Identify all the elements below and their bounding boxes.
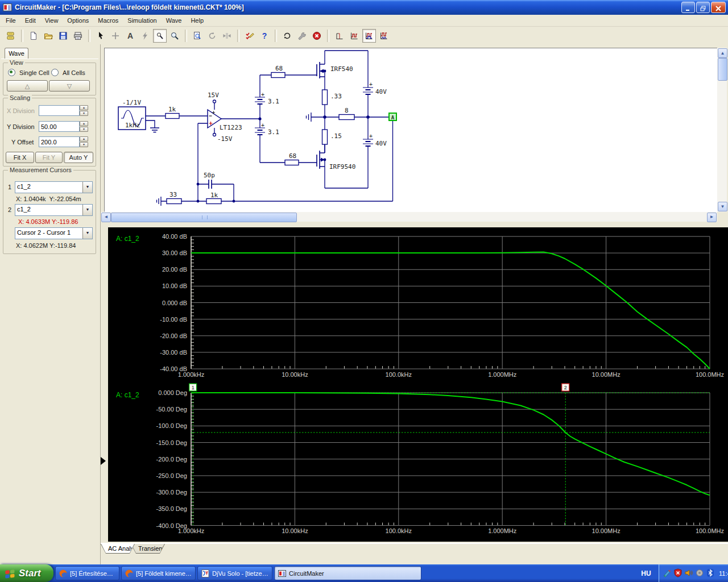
- source-resistor-top[interactable]: [322, 90, 328, 105]
- bluetooth-icon[interactable]: [706, 568, 715, 579]
- mixed-waveform-icon[interactable]: [377, 29, 391, 43]
- ground-resistor[interactable]: [167, 199, 181, 204]
- restore-button[interactable]: [696, 2, 710, 13]
- simulation-setup-icon[interactable]: [243, 29, 257, 43]
- supply-battery-neg[interactable]: [363, 139, 373, 146]
- menu-file[interactable]: File: [1, 15, 20, 26]
- output-resistor[interactable]: [339, 115, 354, 120]
- open-file-icon[interactable]: [42, 29, 55, 43]
- probe-a-marker[interactable]: A: [389, 113, 396, 120]
- title-bar[interactable]: CircuitMaker - [C:\Program Files\...\rel…: [0, 0, 728, 15]
- gate-resistor-top[interactable]: [271, 73, 285, 78]
- mirror-icon[interactable]: [220, 29, 234, 43]
- auto-y-button[interactable]: Auto Y: [64, 152, 93, 163]
- fit-y-button[interactable]: Fit Y: [35, 152, 63, 163]
- security-alert-icon[interactable]: [673, 568, 682, 579]
- volume-icon[interactable]: [684, 568, 693, 579]
- tab-transient-analysis[interactable]: Transient Analysis: [131, 544, 165, 554]
- y-division-input[interactable]: [39, 121, 80, 132]
- menu-wave[interactable]: Wave: [162, 15, 187, 26]
- stop-icon[interactable]: [310, 29, 324, 43]
- cursor-1-signal-select[interactable]: c1_2 ▼: [15, 181, 93, 193]
- supply-battery-pos[interactable]: [363, 88, 373, 94]
- menu-help[interactable]: Help: [186, 15, 208, 26]
- cell-up-button[interactable]: △: [7, 80, 48, 92]
- pen-tablet-icon[interactable]: [663, 568, 672, 579]
- taskbar-task--5-f-ldelt-kimenet-e-[interactable]: [5] Földelt kimenetű e...: [121, 566, 196, 580]
- delete-tool-icon[interactable]: [138, 29, 152, 43]
- scroll-left-icon[interactable]: ◄: [101, 213, 111, 222]
- probe-tool-icon[interactable]: [153, 29, 167, 43]
- y-offset-input[interactable]: [39, 136, 80, 147]
- help-icon[interactable]: ?: [258, 29, 271, 43]
- probe-display-icon[interactable]: [333, 29, 346, 43]
- feedback-ground[interactable]: [157, 197, 162, 206]
- y-offset-spinner[interactable]: ▲▼: [80, 136, 88, 147]
- fit-x-button[interactable]: Fit X: [6, 152, 34, 163]
- menu-simulation[interactable]: Simulation: [123, 15, 161, 26]
- menu-edit[interactable]: Edit: [20, 15, 40, 26]
- menu-macros[interactable]: Macros: [93, 15, 123, 26]
- menu-view[interactable]: View: [40, 15, 63, 26]
- taskbar-task-circuitmaker[interactable]: CircuitMaker: [274, 566, 421, 580]
- feedback-resistor[interactable]: [206, 199, 221, 204]
- reset-icon[interactable]: [280, 29, 294, 43]
- new-file-icon[interactable]: [27, 29, 40, 43]
- scroll-down-icon[interactable]: ▼: [718, 202, 727, 211]
- rotate-icon[interactable]: [205, 29, 219, 43]
- y-division-spinner[interactable]: ▲▼: [80, 121, 88, 132]
- tools-icon[interactable]: [295, 29, 309, 43]
- splitter-handle-icon[interactable]: [101, 457, 106, 465]
- feedback-capacitor[interactable]: [198, 180, 234, 189]
- analog-waveform-icon[interactable]: [362, 29, 376, 43]
- input-resistor[interactable]: [166, 114, 179, 119]
- parts-browser-icon[interactable]: [4, 29, 18, 43]
- cursor-2-dropdown-icon[interactable]: ▼: [82, 205, 92, 215]
- source-ground[interactable]: [146, 120, 159, 132]
- cursor-1-dropdown-icon[interactable]: ▼: [82, 182, 92, 193]
- arrow-tool-icon[interactable]: [94, 29, 107, 43]
- vertical-scroll-thumb[interactable]: [718, 58, 727, 81]
- taskbar-task-djvu-solo-tietze-djvu-[interactable]: DjVu Solo - [tietze.djvu]: [197, 566, 272, 580]
- cell-down-button[interactable]: ▽: [49, 80, 90, 92]
- gate-resistor-bottom[interactable]: [285, 160, 299, 165]
- taskbar-task--5-rtes-t-sek-hob-[interactable]: [5] Értesítések - Hob...: [55, 566, 119, 580]
- close-button[interactable]: [711, 2, 726, 13]
- mosfet-irf540[interactable]: [317, 51, 325, 90]
- save-icon[interactable]: [56, 29, 70, 43]
- scroll-up-icon[interactable]: ▲: [718, 48, 727, 58]
- clock[interactable]: 11:48: [719, 570, 728, 577]
- cursor-2-signal-select[interactable]: c1_2 ▼: [15, 204, 93, 216]
- radio-all-cells-dot[interactable]: [51, 69, 59, 76]
- schematic-horizontal-scrollbar[interactable]: ◄ ►: [101, 212, 717, 222]
- horizontal-scroll-thumb[interactable]: [111, 213, 297, 222]
- zoom-tool-icon[interactable]: [168, 29, 181, 43]
- tab-wave[interactable]: Wave: [5, 48, 28, 59]
- source-resistor-bottom[interactable]: [322, 130, 328, 144]
- wire-tool-icon[interactable]: [109, 29, 122, 43]
- radio-single-cell-dot[interactable]: [8, 69, 15, 76]
- radio-single-cell[interactable]: Single Cell: [8, 69, 49, 76]
- waveform-panel[interactable]: 40.00 dB30.00 dB20.00 dB10.00 dB0.000 dB…: [108, 227, 728, 542]
- output-ground[interactable]: [307, 113, 325, 122]
- mosfet-irf9540[interactable]: [317, 144, 325, 188]
- print-icon[interactable]: [71, 29, 85, 43]
- scroll-right-icon[interactable]: ►: [707, 213, 717, 222]
- schematic-canvas[interactable]: A -1/1V 1kHz 1k 15V -15V LT1223 + + 3.1 …: [105, 48, 718, 211]
- language-indicator[interactable]: HU: [636, 564, 656, 582]
- start-button[interactable]: Start: [0, 564, 53, 582]
- tab-ac-analysis[interactable]: AC Analysis: [101, 544, 135, 554]
- minimize-button[interactable]: [681, 2, 695, 13]
- cursor-difference-select[interactable]: Cursor 2 - Cursor 1 ▼: [15, 227, 93, 239]
- cursor-difference-dropdown-icon[interactable]: ▼: [82, 228, 92, 239]
- x-division-spinner[interactable]: ▲▼: [80, 105, 88, 116]
- radio-all-cells[interactable]: All Cells: [51, 69, 85, 76]
- x-division-input[interactable]: [39, 105, 80, 116]
- toolbar-separator: [21, 30, 23, 42]
- text-tool-icon[interactable]: A: [123, 29, 137, 43]
- sound-scheme-icon[interactable]: [695, 568, 704, 579]
- schematic-vertical-scrollbar[interactable]: ▲ ▼: [717, 48, 727, 212]
- menu-options[interactable]: Options: [63, 15, 93, 26]
- zoom-document-icon[interactable]: [191, 29, 204, 43]
- digital-waveform-icon[interactable]: [348, 29, 361, 43]
